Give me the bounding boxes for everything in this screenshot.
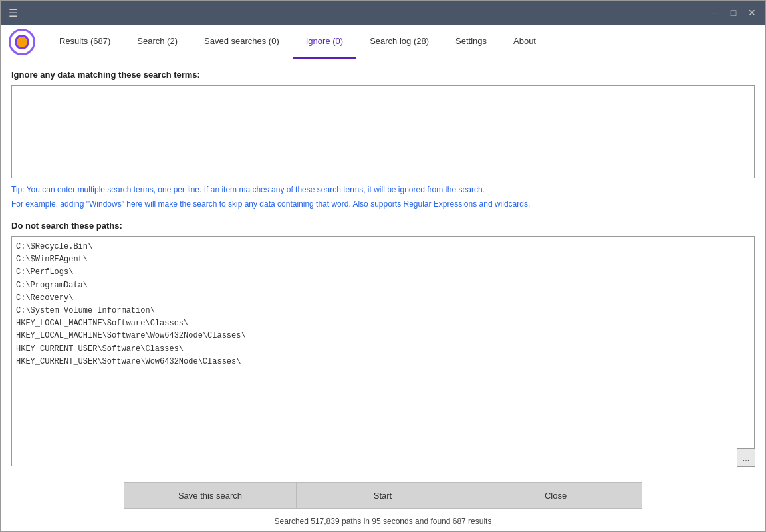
paths-section-label: Do not search these paths:	[11, 221, 755, 231]
tab-saved-searches[interactable]: Saved searches (0)	[191, 25, 293, 59]
close-button[interactable]: Close	[469, 482, 642, 509]
logo	[9, 29, 35, 55]
main-window: ☰ ─ □ ✕ Results (687) Search (2) Saved s…	[0, 0, 766, 532]
tab-search[interactable]: Search (2)	[124, 25, 191, 59]
close-window-button[interactable]: ✕	[744, 5, 760, 21]
paths-section: Do not search these paths: ...	[11, 221, 755, 466]
paths-textarea-wrapper: ...	[11, 236, 755, 466]
title-bar-controls: ─ □ ✕	[707, 5, 760, 21]
status-text: Searched 517,839 paths in 95 seconds and…	[275, 517, 492, 526]
tab-about[interactable]: About	[500, 25, 549, 59]
ignore-section-label: Ignore any data matching these search te…	[11, 70, 755, 80]
logo-inner	[15, 35, 29, 49]
maximize-button[interactable]: □	[725, 5, 741, 21]
title-bar-left: ☰	[6, 4, 21, 22]
save-search-button[interactable]: Save this search	[124, 482, 297, 509]
content-area: Ignore any data matching these search te…	[1, 59, 765, 471]
status-bar: Searched 517,839 paths in 95 seconds and…	[1, 514, 765, 531]
tab-settings[interactable]: Settings	[442, 25, 500, 59]
minimize-button[interactable]: ─	[707, 5, 723, 21]
paths-textarea[interactable]	[11, 236, 755, 466]
tab-results[interactable]: Results (687)	[46, 25, 124, 59]
ignore-terms-textarea[interactable]	[11, 85, 755, 178]
footer-buttons: Save this search Start Close	[1, 471, 765, 514]
tab-search-log[interactable]: Search log (28)	[356, 25, 442, 59]
ignore-example-text: For example, adding "Windows" here will …	[11, 198, 755, 210]
nav-bar: Results (687) Search (2) Saved searches …	[1, 25, 765, 59]
hamburger-icon[interactable]: ☰	[6, 4, 21, 22]
ignore-tip-text: Tip: You can enter multiple search terms…	[11, 184, 755, 196]
title-bar: ☰ ─ □ ✕	[1, 1, 765, 25]
start-button[interactable]: Start	[297, 482, 469, 509]
tab-ignore[interactable]: Ignore (0)	[293, 25, 356, 59]
ellipsis-button[interactable]: ...	[737, 448, 755, 467]
